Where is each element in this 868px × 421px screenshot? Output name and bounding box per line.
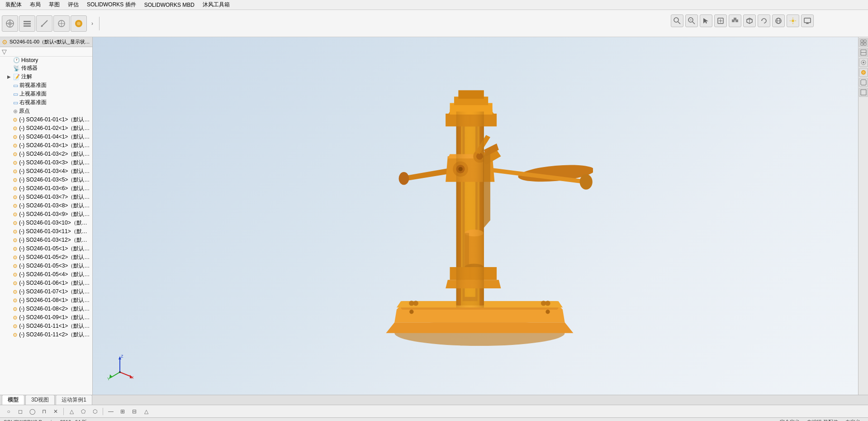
tree-item-part-12[interactable]: ⚙ (-) SO246-01-03<3>（默认<<默 bbox=[0, 158, 92, 167]
tree-item-part-7[interactable]: ⚙ (-) SO246-01-01<1>（默认<<默 bbox=[0, 115, 92, 124]
filter-icon[interactable]: ▽ bbox=[2, 48, 7, 55]
menu-bar: 装配体 布局 草图 评估 SOLIDWORKS 插件 SOLIDWORKS MB… bbox=[0, 0, 868, 10]
tree-item-part-20[interactable]: ⚙ (-) SO246-01-03<11>（默认<<默 bbox=[0, 227, 92, 236]
assembly-icon: ⚙ bbox=[2, 38, 8, 46]
menu-sketch[interactable]: 草图 bbox=[45, 0, 63, 10]
side-icon-5[interactable] bbox=[859, 78, 868, 87]
sketch-toolbar-btn[interactable] bbox=[36, 15, 52, 32]
tree-item-front-plane[interactable]: ▭ 前视基准面 bbox=[0, 81, 92, 90]
tab-motion[interactable]: 运动算例1 bbox=[56, 395, 92, 405]
tree-item-part-32[interactable]: ⚙ (-) SO246-01-11<2>（默认<<默 bbox=[0, 330, 92, 339]
tree-item-part-11[interactable]: ⚙ (-) SO246-01-03<2>（默认<<默 bbox=[0, 150, 92, 158]
btm-cross-icon[interactable]: ✕ bbox=[51, 407, 61, 416]
tree-item-annotation[interactable]: ▶ 📝 注解 bbox=[0, 72, 92, 81]
btm-pentagon-icon[interactable]: ⬠ bbox=[78, 407, 88, 416]
tree-item-part-10[interactable]: ⚙ (-) SO246-01-03<1>（默认<<默 bbox=[0, 141, 92, 150]
zoom-btn[interactable] bbox=[685, 14, 698, 27]
search-icon-btn[interactable] bbox=[671, 14, 683, 27]
assembly-toolbar-btn[interactable] bbox=[2, 15, 18, 32]
menu-assemble[interactable]: 装配体 bbox=[2, 0, 25, 10]
tree-item-history[interactable]: 🕐 History bbox=[0, 57, 92, 64]
move-btn[interactable] bbox=[714, 14, 727, 27]
svg-point-92 bbox=[863, 62, 864, 63]
btm-square-icon[interactable]: ◻ bbox=[15, 407, 25, 416]
tree-item-part-15[interactable]: ⚙ (-) SO246-01-03<6>（默认<<默 bbox=[0, 184, 92, 193]
tree-item-part-8[interactable]: ⚙ (-) SO246-01-02<1>（默认<<默 bbox=[0, 124, 92, 133]
part-icon: ⚙ bbox=[13, 203, 18, 209]
tree-item-part-29[interactable]: ⚙ (-) SO246-01-08<2>（默认<<默 bbox=[0, 305, 92, 313]
tree-item-part-19[interactable]: ⚙ (-) SO246-01-03<10>（默认<<默 bbox=[0, 219, 92, 227]
crosshair-toolbar-btn[interactable] bbox=[53, 15, 70, 32]
part-icon: ⚙ bbox=[13, 332, 18, 338]
btm-minus-grid-icon[interactable]: ⊟ bbox=[129, 407, 139, 416]
tree-item-part-30[interactable]: ⚙ (-) SO246-01-09<1>（默认<<默 bbox=[0, 313, 92, 322]
btm-tri2-icon[interactable]: △ bbox=[141, 407, 151, 416]
tree-item-part-13[interactable]: ⚙ (-) SO246-01-03<4>（默认<<默 bbox=[0, 167, 92, 176]
tree-item-part-25[interactable]: ⚙ (-) SO246-01-05<4>（默认<<默 bbox=[0, 270, 92, 279]
tree-item-right-plane[interactable]: ▭ 右视基准面 bbox=[0, 98, 92, 107]
layout-toolbar-btn[interactable] bbox=[19, 15, 35, 32]
menu-mufeng[interactable]: 沐风工具箱 bbox=[199, 0, 233, 10]
menu-sw-plugin[interactable]: SOLIDWORKS 插件 bbox=[83, 0, 140, 10]
globe-btn[interactable] bbox=[772, 14, 785, 27]
annotation-arrow: ▶ bbox=[7, 74, 12, 79]
tree-item-part-18[interactable]: ⚙ (-) SO246-01-03<9>（默认<<默 bbox=[0, 210, 92, 219]
tree-item-part-9[interactable]: ⚙ (-) SO246-01-04<1>（默认<<默 bbox=[0, 133, 92, 141]
side-icon-3[interactable] bbox=[859, 58, 868, 67]
component-btn[interactable] bbox=[729, 14, 741, 27]
part-label: (-) SO246-01-03<12>（默认<<默 bbox=[19, 236, 90, 244]
side-icon-6[interactable] bbox=[859, 88, 868, 97]
menu-layout[interactable]: 布局 bbox=[26, 0, 44, 10]
tree-item-part-27[interactable]: ⚙ (-) SO246-01-07<1>（默认<<默 bbox=[0, 287, 92, 296]
toolbar-more-arrow[interactable]: › bbox=[88, 15, 97, 32]
light-btn[interactable] bbox=[787, 14, 799, 27]
btm-triangle-icon[interactable]: △ bbox=[66, 407, 76, 416]
svg-line-9 bbox=[41, 20, 47, 27]
btm-circle-icon[interactable]: ○ bbox=[4, 407, 14, 416]
btm-hex-icon[interactable]: ⬡ bbox=[90, 407, 100, 416]
appearance-toolbar-btn[interactable] bbox=[71, 15, 87, 32]
menu-evaluate[interactable]: 评估 bbox=[64, 0, 82, 10]
select-btn[interactable] bbox=[700, 14, 712, 27]
cube-btn[interactable] bbox=[743, 14, 756, 27]
tree-item-part-28[interactable]: ⚙ (-) SO246-01-08<1>（默认<<默 bbox=[0, 296, 92, 305]
tree-item-origin[interactable]: ⊕ 原点 bbox=[0, 107, 92, 115]
part-label: (-) SO246-01-11<2>（默认<<默 bbox=[19, 331, 90, 339]
tree-item-part-26[interactable]: ⚙ (-) SO246-01-06<1>（默认<<默 bbox=[0, 279, 92, 287]
tab-model[interactable]: 模型 bbox=[2, 395, 24, 405]
tree-item-part-24[interactable]: ⚙ (-) SO246-01-05<3>（默认<<默 bbox=[0, 262, 92, 270]
origin-label: 原点 bbox=[19, 107, 30, 115]
svg-rect-96 bbox=[862, 81, 865, 84]
side-icon-2[interactable] bbox=[859, 48, 868, 57]
tab-3dview[interactable]: 3D视图 bbox=[25, 395, 55, 405]
btm-line-icon[interactable]: — bbox=[106, 407, 116, 416]
menu-sw-mbd[interactable]: SOLIDWORKS MBD bbox=[141, 1, 198, 9]
tree-item-part-14[interactable]: ⚙ (-) SO246-01-03<5>（默认<<默 bbox=[0, 176, 92, 184]
rotate-btn[interactable] bbox=[758, 14, 770, 27]
part-label: (-) SO246-01-05<2>（默认<<默 bbox=[19, 254, 90, 261]
tree-item-top-plane[interactable]: ▭ 上视基准面 bbox=[0, 90, 92, 98]
side-icon-4[interactable] bbox=[859, 68, 868, 77]
svg-rect-27 bbox=[734, 18, 736, 20]
status-customize[interactable]: 自定义 ▾ bbox=[845, 419, 864, 421]
tree-item-part-21[interactable]: ⚙ (-) SO246-01-03<12>（默认<<默 bbox=[0, 236, 92, 244]
side-icon-1[interactable] bbox=[859, 38, 868, 47]
tree-item-part-22[interactable]: ⚙ (-) SO246-01-05<1>（默认<<默 bbox=[0, 244, 92, 253]
feature-tree[interactable]: 🕐 History 📡 传感器 ▶ 📝 注解 ▭ 前视基准面 bbox=[0, 57, 92, 395]
tree-item-sensor[interactable]: 📡 传感器 bbox=[0, 64, 92, 72]
btm-bracket-icon[interactable]: ⊓ bbox=[39, 407, 49, 416]
monitor-btn[interactable] bbox=[801, 14, 814, 27]
tree-item-part-23[interactable]: ⚙ (-) SO246-01-05<2>（默认<<默 bbox=[0, 253, 92, 262]
btm-grid-icon[interactable]: ⊞ bbox=[118, 407, 128, 416]
model-canvas bbox=[93, 37, 858, 395]
3d-viewport[interactable]: Z X Y bbox=[93, 37, 858, 395]
part-label: (-) SO246-01-03<2>（默认<<默 bbox=[19, 150, 90, 158]
part-icon: ⚙ bbox=[13, 186, 18, 192]
svg-marker-21 bbox=[703, 18, 708, 24]
tree-item-part-16[interactable]: ⚙ (-) SO246-01-03<7>（默认<<默 bbox=[0, 193, 92, 201]
tree-item-part-17[interactable]: ⚙ (-) SO246-01-03<8>（默认<<默 bbox=[0, 201, 92, 210]
front-plane-label: 前视基准面 bbox=[19, 81, 47, 89]
btm-ring-icon[interactable]: ◯ bbox=[27, 407, 37, 416]
tree-item-part-31[interactable]: ⚙ (-) SO246-01-11<1>（默认<<默 bbox=[0, 322, 92, 330]
right-side-panel bbox=[858, 37, 868, 395]
